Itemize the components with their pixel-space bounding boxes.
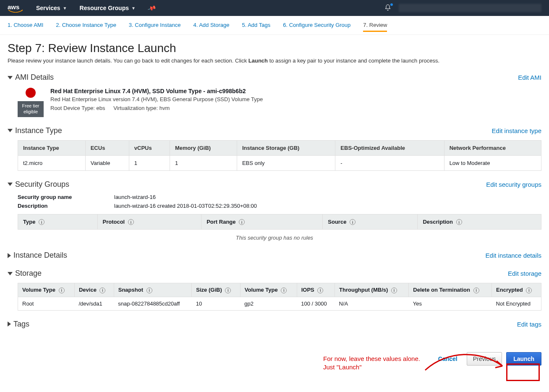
sg-name: launch-wizard-16 [114, 194, 156, 200]
nav-services-label: Services [36, 5, 60, 11]
chevron-down-icon: ▼ [131, 6, 136, 10]
page-subhead: Please review your instance launch detai… [8, 57, 541, 64]
info-icon[interactable]: i [39, 219, 44, 225]
section-title-security-groups[interactable]: Security Groups [8, 180, 69, 189]
wizard-step-6[interactable]: 6. Configure Security Group [283, 22, 350, 32]
caret-down-icon [8, 129, 13, 132]
col-throughput: Throughput (MB/s) i [335, 283, 409, 297]
table-row: Root /dev/sda1 snap-0822784885cd20aff 10… [18, 297, 541, 310]
sg-empty: This security group has no rules [8, 230, 541, 242]
cancel-button[interactable]: Cancel [433, 352, 463, 366]
wizard-steps: 1. Choose AMI 2. Choose Instance Type 3.… [0, 16, 549, 35]
previous-button[interactable]: Previous [467, 352, 502, 366]
nav-services[interactable]: Services ▼ [36, 5, 67, 11]
nav-resource-groups[interactable]: Resource Groups ▼ [80, 5, 136, 11]
edit-instance-type-link[interactable]: Edit instance type [492, 127, 541, 134]
wizard-step-2[interactable]: 2. Choose Instance Type [56, 22, 116, 32]
col-type: Type i [18, 214, 98, 230]
col-ecus: ECUs [85, 140, 129, 155]
caret-down-icon [8, 76, 13, 79]
info-icon[interactable]: i [317, 287, 323, 293]
account-region-area[interactable] [399, 4, 541, 12]
storage-table: Volume Type i Device i Snapshot i Size (… [18, 283, 541, 311]
section-title-instance-details[interactable]: Instance Details [8, 251, 67, 260]
edit-ami-link[interactable]: Edit AMI [518, 74, 541, 81]
redhat-logo-icon [26, 88, 36, 98]
wizard-step-5[interactable]: 5. Add Tags [242, 22, 270, 32]
chevron-down-icon: ▼ [63, 6, 67, 10]
col-iops: IOPS i [297, 283, 335, 297]
edit-instance-details-link[interactable]: Edit instance details [486, 252, 541, 259]
col-vcpus: vCPUs [129, 140, 170, 155]
info-icon[interactable]: i [391, 287, 397, 293]
info-icon[interactable]: i [128, 219, 134, 225]
notification-dot-icon [390, 3, 393, 6]
caret-right-icon [8, 253, 11, 258]
launch-button[interactable]: Launch [506, 352, 541, 366]
col-source: Source i [323, 214, 418, 230]
info-icon[interactable]: i [239, 219, 245, 225]
info-icon[interactable]: i [99, 287, 105, 293]
col-instance-type: Instance Type [18, 140, 86, 155]
sg-desc-label: Description [18, 203, 89, 209]
section-title-ami[interactable]: AMI Details [8, 73, 54, 82]
ami-description: Red Hat Enterprise Linux version 7.4 (HV… [50, 96, 263, 102]
aws-logo[interactable]: aws [8, 3, 24, 13]
sg-desc: launch-wizard-16 created 2018-01-03T02:5… [114, 203, 257, 209]
footer-buttons: Cancel Previous Launch [0, 345, 549, 375]
ami-name: Red Hat Enterprise Linux 7.4 (HVM), SSD … [50, 88, 263, 94]
col-instance-storage: Instance Storage (GB) [237, 140, 335, 155]
caret-right-icon [8, 321, 11, 327]
col-port-range: Port Range i [201, 214, 323, 230]
info-icon[interactable]: i [225, 287, 231, 293]
section-title-tags[interactable]: Tags [8, 320, 29, 329]
col-encrypted: Encrypted i [492, 283, 541, 297]
info-icon[interactable]: i [59, 287, 65, 293]
info-icon[interactable]: i [473, 287, 479, 293]
aws-top-nav: aws Services ▼ Resource Groups ▼ 📌 [0, 0, 549, 16]
edit-security-groups-link[interactable]: Edit security groups [486, 181, 541, 188]
info-icon[interactable]: i [350, 219, 356, 225]
col-size: Size (GiB) i [192, 283, 240, 297]
col-protocol: Protocol i [97, 214, 201, 230]
edit-tags-link[interactable]: Edit tags [517, 321, 541, 328]
instance-type-table: Instance Type ECUs vCPUs Memory (GiB) In… [18, 140, 541, 171]
info-icon[interactable]: i [526, 287, 532, 293]
edit-storage-link[interactable]: Edit storage [508, 270, 541, 277]
col-memory: Memory (GiB) [170, 140, 237, 155]
info-icon[interactable]: i [456, 219, 462, 225]
col-ebs-optimized: EBS-Optimized Available [335, 140, 444, 155]
sg-name-label: Security group name [18, 194, 89, 200]
info-icon[interactable]: i [281, 287, 287, 293]
free-tier-badge: Free tier eligible [18, 101, 44, 117]
col-volume-type: Volume Type i [18, 283, 75, 297]
notifications-bell-icon[interactable] [384, 4, 391, 12]
col-delete-on-term: Delete on Termination i [409, 283, 492, 297]
col-device: Device i [74, 283, 114, 297]
sg-rules-table: Type i Protocol i Port Range i Source i … [18, 214, 541, 230]
pin-icon[interactable]: 📌 [147, 3, 156, 13]
wizard-step-3[interactable]: 3. Configure Instance [129, 22, 181, 32]
caret-down-icon [8, 272, 13, 275]
wizard-step-4[interactable]: 4. Add Storage [193, 22, 229, 32]
info-icon[interactable]: i [146, 287, 152, 293]
table-row: t2.micro Variable 1 1 EBS only - Low to … [18, 155, 541, 170]
wizard-step-1[interactable]: 1. Choose AMI [8, 22, 43, 32]
nav-resource-groups-label: Resource Groups [80, 5, 129, 11]
wizard-step-7[interactable]: 7. Review [363, 22, 387, 32]
ami-meta: Root Device Type: ebs Virtualization typ… [50, 105, 263, 111]
col-network-perf: Network Performance [444, 140, 541, 155]
col-description: Description i [418, 214, 541, 230]
col-snapshot: Snapshot i [114, 283, 192, 297]
caret-down-icon [8, 183, 13, 186]
section-title-storage[interactable]: Storage [8, 269, 42, 278]
section-title-instance-type[interactable]: Instance Type [8, 126, 62, 135]
page-title: Step 7: Review Instance Launch [8, 42, 541, 55]
col-voltype2: Volume Type i [240, 283, 297, 297]
